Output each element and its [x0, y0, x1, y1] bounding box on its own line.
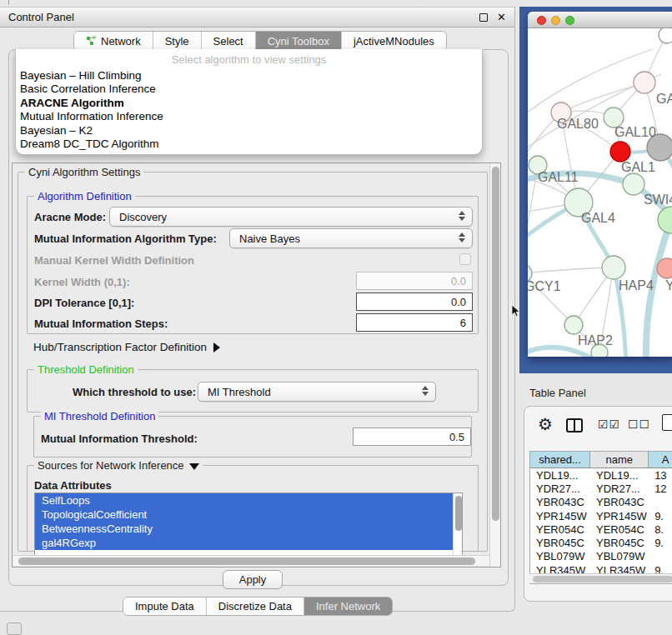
attributes-scrollbar[interactable]: [453, 493, 462, 555]
network-node-label: GAL: [656, 92, 672, 106]
settings-vertical-scrollbar[interactable]: [489, 163, 500, 567]
table-row[interactable]: YDL19...YDL19...13: [530, 468, 672, 482]
tab-label: Impute Data: [135, 600, 194, 612]
network-window-titlebar[interactable]: [528, 12, 672, 28]
window-zoom-button[interactable]: [565, 16, 574, 25]
algorithm-option[interactable]: Mutual Information Inference: [16, 110, 482, 123]
network-node[interactable]: [610, 142, 630, 162]
network-window[interactable]: GALGAL80GAL10GAL1GAL11SWI4GAL4GCY1HAP4YH…: [528, 12, 672, 357]
network-node[interactable]: [658, 207, 672, 233]
table-cell: YPR145W: [530, 509, 590, 522]
table-cell: YBL079W: [590, 550, 649, 563]
table-row[interactable]: YER054CYER054C8.: [530, 522, 672, 536]
table-row[interactable]: YBR045CYBR045C9.: [530, 536, 672, 549]
tab-style[interactable]: Style: [153, 32, 202, 50]
mi-threshold-field[interactable]: 0.5: [353, 428, 471, 446]
network-node[interactable]: [623, 173, 644, 195]
algorithm-option[interactable]: Bayesian – K2: [16, 124, 482, 138]
attribute-item[interactable]: SelfLoops: [35, 493, 462, 508]
mi-steps-field[interactable]: 6: [356, 313, 473, 332]
table-row[interactable]: YBR043CYBR043C: [530, 496, 672, 509]
attribute-item[interactable]: BetweennessCentrality: [35, 522, 462, 536]
split-columns-icon[interactable]: [566, 418, 583, 432]
network-node[interactable]: [564, 316, 583, 334]
table-column-header[interactable]: shared...: [530, 452, 590, 468]
apply-button[interactable]: Apply: [223, 570, 283, 589]
table-cell: YER054C: [530, 522, 590, 536]
tab-label: Cyni Toolbox: [268, 35, 329, 48]
tab-network[interactable]: Network: [74, 32, 153, 50]
dpi-tolerance-field[interactable]: 0.0: [356, 292, 473, 311]
network-node-label: GAL80: [557, 117, 599, 131]
attribute-item[interactable]: gal4RGexp: [35, 536, 462, 550]
tab-label: Style: [165, 35, 189, 48]
tab-jactivemnodules[interactable]: jActiveMNodules: [342, 32, 446, 50]
tab-label: Discretize Data: [218, 600, 292, 612]
which-threshold-combo[interactable]: MI Threshold: [198, 382, 436, 402]
algorithm-option[interactable]: Dream8 DC_TDC Algorithm: [16, 138, 482, 151]
network-canvas[interactable]: GALGAL80GAL10GAL1GAL11SWI4GAL4GCY1HAP4YH…: [528, 28, 672, 357]
window-minimize-button[interactable]: [551, 16, 560, 25]
network-node-label: GAL11: [538, 170, 579, 184]
kernel-width-field[interactable]: 0.0: [356, 272, 473, 290]
table-cell: YBR045C: [530, 536, 590, 549]
algorithm-dropdown[interactable]: Select algorithm to view settings Bayesi…: [15, 49, 483, 155]
algorithm-option[interactable]: Bayesian – Hill Climbing: [16, 69, 482, 82]
table-row[interactable]: YPR145WYPR145W9.: [530, 509, 672, 522]
gear-icon[interactable]: ⚙: [538, 414, 553, 434]
data-attributes-list[interactable]: SelfLoopsTopologicalCoefficientBetweenne…: [34, 492, 463, 556]
network-node[interactable]: [657, 258, 672, 278]
settings-horizontal-scrollbar[interactable]: [13, 555, 489, 566]
table-cell: YBR043C: [530, 496, 590, 509]
table-cell: 13: [649, 468, 672, 482]
mi-type-combo[interactable]: Naive Bayes: [229, 228, 473, 248]
window-close-button[interactable]: [537, 16, 546, 25]
checked-columns-icon[interactable]: ☑☑: [598, 418, 620, 431]
network-node-label: GAL10: [614, 125, 656, 139]
table-cell: 9.: [649, 509, 672, 522]
network-node-label: GCY1: [528, 279, 561, 293]
table-row[interactable]: YBL079WYBL079W: [530, 550, 672, 563]
manual-kernel-label: Manual Kernel Width Definition: [34, 254, 194, 267]
mi-threshold-legend: MI Threshold Definition: [41, 410, 158, 422]
aracne-mode-label: Aracne Mode:: [34, 211, 106, 223]
combo-stepper-icon: [422, 386, 429, 396]
algorithm-definition-group: Algorithm Definition Aracne Mode: Discov…: [27, 196, 479, 334]
bottom-left-button[interactable]: [7, 622, 22, 635]
hub-definition-toggle[interactable]: Hub/Transcription Factor Definition: [33, 341, 220, 353]
table-cell: YDL19...: [530, 468, 590, 482]
algorithm-option[interactable]: Basic Correlation Inference: [16, 82, 482, 96]
tab-cyni-toolbox[interactable]: Cyni Toolbox: [256, 32, 342, 50]
network-node[interactable]: [602, 256, 625, 279]
unchecked-columns-icon[interactable]: ☐☐: [628, 418, 650, 431]
close-icon[interactable]: ✕: [497, 11, 506, 23]
aracne-mode-combo[interactable]: Discovery: [109, 207, 473, 227]
network-node[interactable]: [634, 72, 655, 93]
table-column-header[interactable]: A: [649, 452, 672, 468]
table-row[interactable]: YDR27...YDR27...12: [530, 482, 672, 495]
network-desktop-area: GALGAL80GAL10GAL1GAL11SWI4GAL4GCY1HAP4YH…: [519, 7, 672, 373]
table-horizontal-scrollbar[interactable]: [529, 573, 672, 583]
network-node-label: SWI4: [644, 192, 672, 207]
manual-kernel-checkbox[interactable]: [459, 253, 471, 265]
tab-label: jActiveMNodules: [354, 35, 434, 48]
algorithm-dropdown-placeholder: Select algorithm to view settings: [16, 49, 482, 69]
node-table: shared...nameA YDL19...YDL19...13YDR27..…: [529, 451, 672, 584]
dpi-tolerance-value: 0.0: [451, 296, 466, 308]
mi-threshold-group: MI Threshold Definition Mutual Informati…: [33, 416, 472, 458]
float-window-icon[interactable]: [479, 13, 488, 22]
network-node[interactable]: [659, 28, 672, 43]
bottom-tab-impute-data[interactable]: Impute Data: [123, 598, 207, 615]
algorithm-option[interactable]: ARACNE Algorithm: [16, 97, 482, 110]
table-cell: YDL19...: [590, 468, 649, 482]
sources-legend: Sources for Network Inference: [34, 459, 203, 472]
document-icon[interactable]: [662, 414, 672, 431]
table-column-header[interactable]: name: [590, 452, 649, 468]
table-cell: YBR043C: [590, 496, 649, 509]
attribute-item[interactable]: TopologicalCoefficient: [35, 508, 462, 522]
table-cell: 12: [649, 482, 672, 495]
bottom-tab-infer-network[interactable]: Infer Network: [304, 598, 392, 615]
corner-tick: [8, 0, 9, 5]
bottom-tab-discretize-data[interactable]: Discretize Data: [207, 598, 304, 615]
tab-select[interactable]: Select: [202, 32, 256, 50]
